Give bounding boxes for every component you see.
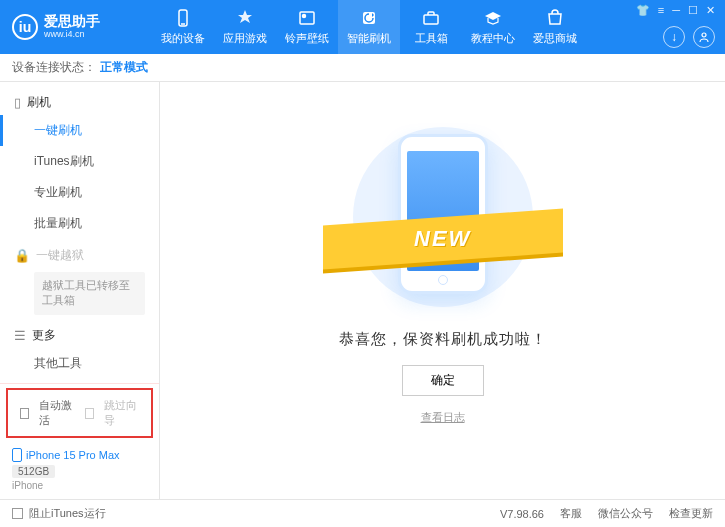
- device-icon: [12, 448, 22, 462]
- jailbreak-note: 越狱工具已转移至工具箱: [34, 272, 145, 315]
- app-name: 爱思助手: [44, 14, 100, 29]
- logo-icon: iu: [12, 14, 38, 40]
- graduation-icon: [483, 8, 503, 28]
- app-header: iu 爱思助手 www.i4.cn 我的设备 应用游戏 铃声壁纸 智能刷机 工具…: [0, 0, 725, 54]
- checkbox-skip-guide: [85, 408, 94, 419]
- phone-icon: ▯: [14, 95, 21, 110]
- success-illustration: NEW: [333, 122, 553, 312]
- logo: iu 爱思助手 www.i4.cn: [12, 14, 152, 40]
- image-icon: [297, 8, 317, 28]
- window-controls: 👕 ≡ ─ ☐ ✕: [636, 0, 715, 17]
- nav-ringtone[interactable]: 铃声壁纸: [276, 0, 338, 54]
- svg-point-6: [702, 33, 706, 37]
- app-icon: [235, 8, 255, 28]
- checkbox-auto-activate[interactable]: [20, 408, 29, 419]
- checkbox-block-itunes[interactable]: [12, 508, 23, 519]
- status-label: 设备连接状态：: [12, 59, 96, 76]
- sidebar-group-more[interactable]: ☰更多: [0, 319, 159, 348]
- sidebar-item-pro[interactable]: 专业刷机: [0, 177, 159, 208]
- success-message: 恭喜您，保资料刷机成功啦！: [339, 330, 547, 349]
- sidebar-group-jailbreak: 🔒一键越狱: [0, 239, 159, 268]
- svg-point-3: [303, 15, 306, 18]
- view-log-link[interactable]: 查看日志: [421, 410, 465, 425]
- maximize-icon[interactable]: ☐: [688, 4, 698, 17]
- shop-icon: [545, 8, 565, 28]
- minimize-icon[interactable]: ─: [672, 4, 680, 17]
- skin-icon[interactable]: 👕: [636, 4, 650, 17]
- sidebar-item-itunes[interactable]: iTunes刷机: [0, 146, 159, 177]
- status-bar: 设备连接状态： 正常模式: [0, 54, 725, 82]
- sidebar-group-flash[interactable]: ▯刷机: [0, 86, 159, 115]
- lock-icon: 🔒: [14, 248, 30, 263]
- footer: 阻止iTunes运行 V7.98.66 客服 微信公众号 检查更新: [0, 499, 725, 527]
- device-info[interactable]: iPhone 15 Pro Max 512GB iPhone: [0, 442, 159, 499]
- main-content: NEW 恭喜您，保资料刷机成功啦！ 确定 查看日志: [160, 82, 725, 499]
- sidebar-item-other[interactable]: 其他工具: [0, 348, 159, 379]
- nav-my-device[interactable]: 我的设备: [152, 0, 214, 54]
- footer-link-support[interactable]: 客服: [560, 506, 582, 521]
- sidebar-item-batch[interactable]: 批量刷机: [0, 208, 159, 239]
- nav-apps[interactable]: 应用游戏: [214, 0, 276, 54]
- status-value: 正常模式: [100, 59, 148, 76]
- download-icon[interactable]: ↓: [663, 26, 685, 48]
- nav-tutorial[interactable]: 教程中心: [462, 0, 524, 54]
- toolbox-icon: [421, 8, 441, 28]
- options-highlight: 自动激活 跳过向导: [6, 388, 153, 438]
- ok-button[interactable]: 确定: [402, 365, 484, 396]
- menu-icon[interactable]: ≡: [658, 4, 664, 17]
- app-url: www.i4.cn: [44, 30, 100, 40]
- nav-shop[interactable]: 爱思商城: [524, 0, 586, 54]
- footer-link-update[interactable]: 检查更新: [669, 506, 713, 521]
- close-icon[interactable]: ✕: [706, 4, 715, 17]
- device-icon: [173, 8, 193, 28]
- svg-rect-5: [424, 15, 438, 24]
- refresh-icon: [359, 8, 379, 28]
- footer-link-wechat[interactable]: 微信公众号: [598, 506, 653, 521]
- nav-toolbox[interactable]: 工具箱: [400, 0, 462, 54]
- device-type: iPhone: [12, 480, 147, 491]
- svg-rect-2: [300, 12, 314, 24]
- sidebar: ▯刷机 一键刷机 iTunes刷机 专业刷机 批量刷机 🔒一键越狱 越狱工具已转…: [0, 82, 160, 499]
- device-storage: 512GB: [12, 465, 55, 478]
- version-label: V7.98.66: [500, 508, 544, 520]
- sidebar-item-oneclick[interactable]: 一键刷机: [0, 115, 159, 146]
- more-icon: ☰: [14, 328, 26, 343]
- user-icon[interactable]: [693, 26, 715, 48]
- block-itunes-label: 阻止iTunes运行: [29, 506, 106, 521]
- nav-flash[interactable]: 智能刷机: [338, 0, 400, 54]
- main-nav: 我的设备 应用游戏 铃声壁纸 智能刷机 工具箱 教程中心 爱思商城: [152, 0, 586, 54]
